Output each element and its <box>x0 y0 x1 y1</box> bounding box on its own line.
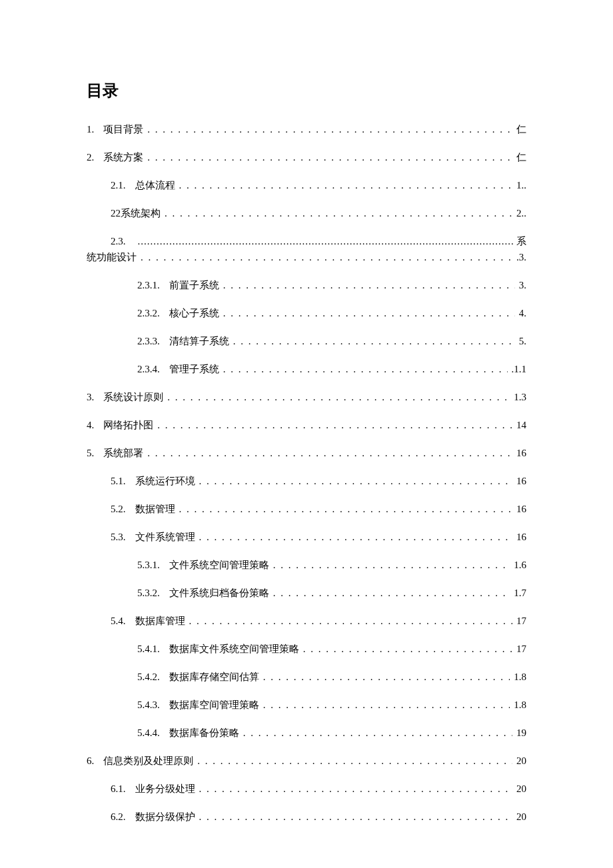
toc-page-number: 1.. <box>516 177 526 193</box>
toc-page-number: 20 <box>516 809 526 825</box>
toc-number: 5.4.3. <box>137 697 160 713</box>
toc-entry[interactable]: 2.3.4.管理子系统.1.1 <box>87 361 526 377</box>
toc-number: 2.3.2. <box>137 305 160 321</box>
toc-leader-dots <box>199 473 513 489</box>
toc-leader-dots <box>138 233 514 249</box>
toc-entry[interactable]: 5.4.2.数据库存储空间估算1.8 <box>87 669 526 685</box>
toc-page-number: 16 <box>516 473 526 489</box>
toc-entry[interactable]: 5.2.数据管理16 <box>87 501 526 517</box>
toc-page-number: 17 <box>516 641 526 657</box>
toc-text: 系统设计原则 <box>103 389 163 405</box>
toc-number: 2.3.4. <box>137 361 160 377</box>
toc-entry[interactable]: 5.4.4.数据库备份策略19 <box>87 725 526 741</box>
toc-page-number: 16 <box>516 529 526 545</box>
toc-page-number: 20 <box>516 781 526 797</box>
toc-entry[interactable]: 22系统架构2.. <box>87 205 526 221</box>
toc-number: 6.2. <box>111 809 126 825</box>
toc-text: 文件系统管理 <box>135 529 195 545</box>
toc-number: 2.3.3. <box>137 333 160 349</box>
toc-number: 3. <box>87 389 94 405</box>
toc-page-number: 16 <box>516 501 526 517</box>
toc-list: 1.项目背景仁2.系统方案仁2.1.总体流程1..22系统架构2..2.3.系统… <box>87 121 526 825</box>
toc-entry[interactable]: 2.3.2.核心子系统4. <box>87 305 526 321</box>
toc-entry[interactable]: 2.3.3.清结算子系统5. <box>87 333 526 349</box>
toc-entry[interactable]: 6.信息类别及处理原则20 <box>87 753 526 769</box>
toc-entry[interactable]: 1.项目背景仁 <box>87 121 526 137</box>
toc-leader-dots <box>303 641 512 657</box>
toc-page-number: .3. <box>516 249 526 265</box>
toc-leader-dots <box>273 585 510 601</box>
toc-page-number: 1.3 <box>514 389 526 405</box>
toc-page-number: 仁 <box>516 121 526 137</box>
toc-text: 清结算子系统 <box>169 333 229 349</box>
toc-text: 文件系统归档备份策略 <box>169 585 269 601</box>
toc-entry[interactable]: 5.3.1.文件系统空间管理策略1.6 <box>87 557 526 573</box>
toc-page-number: 19 <box>516 725 526 741</box>
toc-entry[interactable]: 5.3.2.文件系统归档备份策略1.7 <box>87 585 526 601</box>
toc-entry[interactable]: 4.网络拓扑图14 <box>87 417 526 433</box>
toc-entry[interactable]: 2.系统方案仁 <box>87 149 526 165</box>
toc-entry[interactable]: 6.1.业务分级处理20 <box>87 781 526 797</box>
toc-container: 目录 1.项目背景仁2.系统方案仁2.1.总体流程1..22系统架构2..2.3… <box>87 80 526 825</box>
toc-text: 系统方案 <box>103 149 143 165</box>
toc-leader-dots <box>197 753 512 769</box>
toc-number: 5.4.1. <box>137 641 160 657</box>
toc-leader-dots <box>147 445 512 461</box>
toc-leader-dots <box>243 725 512 741</box>
toc-leader-dots <box>263 697 510 713</box>
toc-number: 5.1. <box>111 473 126 489</box>
toc-page-number: 5. <box>519 333 526 349</box>
toc-number: 5.3.2. <box>137 585 160 601</box>
toc-page-number: 20 <box>516 753 526 769</box>
toc-number: 5.4.4. <box>137 725 160 741</box>
toc-number: 4. <box>87 417 94 433</box>
toc-page-number: 4. <box>519 305 526 321</box>
toc-number: 5.3.1. <box>137 557 160 573</box>
toc-text: 数据分级保护 <box>135 809 195 825</box>
toc-entry[interactable]: 6.2.数据分级保护20 <box>87 809 526 825</box>
toc-title: 目录 <box>87 80 526 101</box>
toc-page-number: 1.8 <box>514 669 526 685</box>
toc-text: 数据库存储空间估算 <box>169 669 259 685</box>
toc-number: 5.4.2. <box>137 669 160 685</box>
toc-text: 项目背景 <box>103 121 143 137</box>
toc-text: 系统部署 <box>103 445 143 461</box>
toc-page-number: 16 <box>516 445 526 461</box>
toc-page-number: 2.. <box>516 205 526 221</box>
toc-number: 5.3. <box>111 529 126 545</box>
toc-entry[interactable]: 2.3.系统功能设计.3. <box>87 233 526 265</box>
toc-leader-dots <box>199 781 513 797</box>
toc-page-number: .1.1 <box>512 361 527 377</box>
toc-number: 5.2. <box>111 501 126 517</box>
toc-entry[interactable]: 5.3.文件系统管理16 <box>87 529 526 545</box>
toc-number: 5. <box>87 445 94 461</box>
toc-entry[interactable]: 5.4.数据库管理17 <box>87 613 526 629</box>
toc-entry[interactable]: 5.1.系统运行环境16 <box>87 473 526 489</box>
toc-entry[interactable]: 5.系统部署16 <box>87 445 526 461</box>
toc-leader-dots <box>147 121 512 137</box>
toc-number: 2.1. <box>111 177 126 193</box>
toc-text: 22系统架构 <box>111 205 161 221</box>
toc-text: 系 <box>516 233 526 249</box>
toc-entry[interactable]: 3.系统设计原则1.3 <box>87 389 526 405</box>
toc-text: 业务分级处理 <box>135 781 195 797</box>
toc-page-number: 1.6 <box>514 557 526 573</box>
toc-leader-dots <box>263 669 510 685</box>
toc-page-number: 17 <box>516 613 526 629</box>
toc-entry[interactable]: 2.3.1.前置子系统3. <box>87 277 526 293</box>
toc-entry[interactable]: 5.4.1.数据库文件系统空间管理策略17 <box>87 641 526 657</box>
toc-leader-dots <box>223 277 515 293</box>
toc-leader-dots <box>189 613 513 629</box>
toc-text: 数据管理 <box>135 501 175 517</box>
toc-leader-dots <box>223 361 508 377</box>
toc-text: 统功能设计 <box>87 249 137 265</box>
toc-leader-dots <box>199 809 513 825</box>
toc-text: 数据库文件系统空间管理策略 <box>169 641 299 657</box>
toc-entry[interactable]: 2.1.总体流程1.. <box>87 177 526 193</box>
toc-entry[interactable]: 5.4.3.数据库空间管理策略1.8 <box>87 697 526 713</box>
toc-number: 2. <box>87 149 94 165</box>
toc-number: 6. <box>87 753 94 769</box>
toc-text: 核心子系统 <box>169 305 219 321</box>
toc-number: 2.3. <box>111 233 126 249</box>
toc-text: 信息类别及处理原则 <box>103 753 193 769</box>
